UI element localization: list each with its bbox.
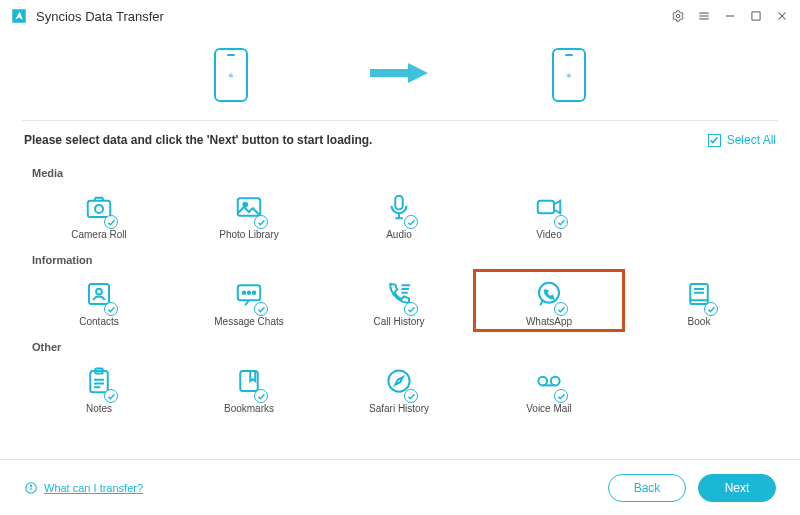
info-icon xyxy=(24,481,38,495)
item-audio[interactable]: Audio xyxy=(324,183,474,244)
svg-rect-8 xyxy=(88,201,111,217)
item-label: Book xyxy=(688,316,711,327)
item-bookmarks[interactable]: Bookmarks xyxy=(174,357,324,418)
next-button[interactable]: Next xyxy=(698,474,776,502)
svg-point-9 xyxy=(95,205,103,213)
item-label: Safari History xyxy=(369,403,429,414)
audio-icon xyxy=(384,189,414,225)
app-logo-icon xyxy=(10,7,28,25)
svg-point-19 xyxy=(253,292,256,295)
target-device-icon xyxy=(552,48,586,102)
instruction-text: Please select data and click the 'Next' … xyxy=(24,133,372,147)
item-book[interactable]: Book xyxy=(624,270,774,331)
item-label: Video xyxy=(536,229,561,240)
notes-icon xyxy=(84,363,114,399)
svg-point-17 xyxy=(243,292,246,295)
item-photo-library[interactable]: Photo Library xyxy=(174,183,324,244)
title-bar: Syncios Data Transfer xyxy=(0,0,800,32)
maximize-icon[interactable] xyxy=(748,8,764,24)
item-voice-mail[interactable]: Voice Mail xyxy=(474,357,624,418)
svg-point-34 xyxy=(388,370,409,391)
section-media-label: Media xyxy=(32,167,776,179)
gear-icon[interactable] xyxy=(670,8,686,24)
message-chats-icon xyxy=(234,276,264,312)
item-contacts[interactable]: Contacts xyxy=(24,270,174,331)
help-link[interactable]: What can I transfer? xyxy=(24,481,143,495)
item-label: Call History xyxy=(373,316,424,327)
item-label: Camera Roll xyxy=(71,229,127,240)
content-area: Media Camera Roll Photo Library Audio xyxy=(0,153,800,418)
instruction-row: Please select data and click the 'Next' … xyxy=(0,121,800,153)
app-title: Syncios Data Transfer xyxy=(36,9,164,24)
call-history-icon xyxy=(384,276,414,312)
item-label: Bookmarks xyxy=(224,403,274,414)
minimize-icon[interactable] xyxy=(722,8,738,24)
svg-rect-12 xyxy=(395,196,403,210)
voice-mail-icon xyxy=(534,363,564,399)
section-information-label: Information xyxy=(32,254,776,266)
photo-library-icon xyxy=(234,189,264,225)
menu-icon[interactable] xyxy=(696,8,712,24)
other-grid: Notes Bookmarks Safari History Voice Mai… xyxy=(24,357,776,418)
contacts-icon xyxy=(84,276,114,312)
item-whatsapp[interactable]: WhatsApp xyxy=(474,270,624,331)
svg-point-0 xyxy=(676,14,680,18)
item-label: Voice Mail xyxy=(526,403,572,414)
source-device-icon xyxy=(214,48,248,102)
svg-point-36 xyxy=(551,377,560,386)
item-camera-roll[interactable]: Camera Roll xyxy=(24,183,174,244)
camera-roll-icon xyxy=(84,189,114,225)
item-label: Contacts xyxy=(79,316,118,327)
item-message-chats[interactable]: Message Chats xyxy=(174,270,324,331)
item-call-history[interactable]: Call History xyxy=(324,270,474,331)
item-label: Photo Library xyxy=(219,229,278,240)
video-icon xyxy=(534,189,564,225)
transfer-arrow-icon xyxy=(368,59,432,91)
item-video[interactable]: Video xyxy=(474,183,624,244)
book-icon xyxy=(684,276,714,312)
item-notes[interactable]: Notes xyxy=(24,357,174,418)
svg-rect-13 xyxy=(538,201,554,214)
safari-history-icon xyxy=(384,363,414,399)
whatsapp-icon xyxy=(534,276,564,312)
svg-point-15 xyxy=(96,289,102,295)
item-label: Notes xyxy=(86,403,112,414)
help-link-label: What can I transfer? xyxy=(44,482,143,494)
select-all-label: Select All xyxy=(727,133,776,147)
bookmarks-icon xyxy=(234,363,264,399)
item-label: Message Chats xyxy=(214,316,283,327)
media-grid: Camera Roll Photo Library Audio Video xyxy=(24,183,776,244)
check-icon xyxy=(708,134,721,147)
device-overview xyxy=(0,36,800,114)
item-label: Audio xyxy=(386,229,412,240)
svg-point-18 xyxy=(248,292,251,295)
section-other-label: Other xyxy=(32,341,776,353)
svg-point-23 xyxy=(539,283,559,303)
svg-point-40 xyxy=(30,485,31,486)
item-safari-history[interactable]: Safari History xyxy=(324,357,474,418)
footer: What can I transfer? Back Next xyxy=(0,459,800,515)
close-icon[interactable] xyxy=(774,8,790,24)
svg-point-35 xyxy=(538,377,547,386)
back-button[interactable]: Back xyxy=(608,474,686,502)
select-all-checkbox[interactable]: Select All xyxy=(708,133,776,147)
item-label: WhatsApp xyxy=(526,316,572,327)
svg-rect-5 xyxy=(752,12,760,20)
information-grid: Contacts Message Chats Call History What… xyxy=(24,270,776,331)
